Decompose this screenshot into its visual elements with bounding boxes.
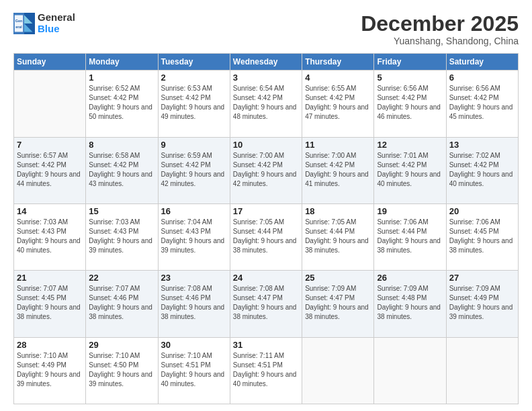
- calendar-header-friday: Friday: [374, 54, 446, 71]
- calendar-cell: 8Sunrise: 6:58 AMSunset: 4:42 PMDaylight…: [86, 137, 158, 203]
- title-block: December 2025 Yuanshang, Shandong, China: [361, 12, 519, 46]
- logo-general-text: General: [38, 12, 75, 24]
- day-number: 16: [161, 206, 227, 216]
- day-info: Sunrise: 7:01 AMSunset: 4:42 PMDaylight:…: [377, 151, 443, 189]
- day-info: Sunrise: 7:05 AMSunset: 4:44 PMDaylight:…: [305, 218, 371, 255]
- logo: Gen eral General Blue: [13, 12, 75, 34]
- day-number: 4: [305, 73, 371, 83]
- calendar: SundayMondayTuesdayWednesdayThursdayFrid…: [13, 53, 519, 404]
- day-info: Sunrise: 7:11 AMSunset: 4:51 PMDaylight:…: [233, 351, 299, 389]
- day-info: Sunrise: 7:10 AMSunset: 4:51 PMDaylight:…: [161, 351, 227, 389]
- day-number: 20: [449, 206, 515, 216]
- calendar-header-tuesday: Tuesday: [158, 54, 230, 71]
- day-number: 7: [17, 140, 83, 150]
- calendar-week-row: 28Sunrise: 7:10 AMSunset: 4:49 PMDayligh…: [14, 337, 519, 404]
- calendar-header-thursday: Thursday: [302, 54, 374, 71]
- day-number: 30: [161, 340, 227, 350]
- calendar-header-sunday: Sunday: [14, 54, 86, 71]
- month-title: December 2025: [361, 12, 519, 36]
- day-info: Sunrise: 7:06 AMSunset: 4:44 PMDaylight:…: [377, 218, 443, 255]
- calendar-cell: 22Sunrise: 7:07 AMSunset: 4:46 PMDayligh…: [86, 271, 158, 337]
- day-info: Sunrise: 6:56 AMSunset: 4:42 PMDaylight:…: [449, 84, 515, 122]
- calendar-cell: 20Sunrise: 7:06 AMSunset: 4:45 PMDayligh…: [446, 203, 518, 270]
- logo-blue-text: Blue: [38, 24, 75, 35]
- calendar-cell: [446, 337, 518, 404]
- day-number: 14: [17, 206, 83, 216]
- calendar-cell: 10Sunrise: 7:00 AMSunset: 4:42 PMDayligh…: [230, 137, 302, 203]
- calendar-cell: 28Sunrise: 7:10 AMSunset: 4:49 PMDayligh…: [14, 337, 86, 404]
- day-number: 8: [89, 140, 154, 150]
- calendar-cell: 9Sunrise: 6:59 AMSunset: 4:42 PMDaylight…: [158, 137, 230, 203]
- day-info: Sunrise: 7:10 AMSunset: 4:50 PMDaylight:…: [89, 351, 154, 389]
- day-number: 22: [89, 273, 154, 283]
- day-info: Sunrise: 6:52 AMSunset: 4:42 PMDaylight:…: [89, 84, 154, 122]
- calendar-week-row: 1Sunrise: 6:52 AMSunset: 4:42 PMDaylight…: [14, 71, 519, 137]
- svg-text:eral: eral: [15, 25, 22, 29]
- calendar-cell: 21Sunrise: 7:07 AMSunset: 4:45 PMDayligh…: [14, 271, 86, 337]
- day-number: 3: [233, 73, 299, 83]
- calendar-header-monday: Monday: [86, 54, 158, 71]
- calendar-cell: 7Sunrise: 6:57 AMSunset: 4:42 PMDaylight…: [14, 137, 86, 203]
- calendar-header-row: SundayMondayTuesdayWednesdayThursdayFrid…: [14, 54, 519, 71]
- day-info: Sunrise: 7:07 AMSunset: 4:46 PMDaylight:…: [89, 284, 154, 322]
- day-info: Sunrise: 6:54 AMSunset: 4:42 PMDaylight:…: [233, 84, 299, 122]
- day-info: Sunrise: 7:09 AMSunset: 4:48 PMDaylight:…: [377, 284, 443, 322]
- day-number: 10: [233, 140, 299, 150]
- day-number: 2: [161, 73, 227, 83]
- page: Gen eral General Blue December 2025 Yuan…: [0, 0, 532, 411]
- day-info: Sunrise: 7:03 AMSunset: 4:43 PMDaylight:…: [17, 218, 83, 255]
- calendar-cell: 29Sunrise: 7:10 AMSunset: 4:50 PMDayligh…: [86, 337, 158, 404]
- calendar-cell: 25Sunrise: 7:09 AMSunset: 4:47 PMDayligh…: [302, 271, 374, 337]
- day-info: Sunrise: 7:03 AMSunset: 4:43 PMDaylight:…: [89, 218, 154, 255]
- calendar-week-row: 7Sunrise: 6:57 AMSunset: 4:42 PMDaylight…: [14, 137, 519, 203]
- day-info: Sunrise: 6:59 AMSunset: 4:42 PMDaylight:…: [161, 151, 227, 189]
- day-number: 31: [233, 340, 299, 350]
- day-number: 23: [161, 273, 227, 283]
- day-info: Sunrise: 6:58 AMSunset: 4:42 PMDaylight:…: [89, 151, 154, 189]
- calendar-cell: 30Sunrise: 7:10 AMSunset: 4:51 PMDayligh…: [158, 337, 230, 404]
- logo-icon: Gen eral: [13, 13, 35, 34]
- day-info: Sunrise: 7:00 AMSunset: 4:42 PMDaylight:…: [233, 151, 299, 189]
- calendar-cell: 12Sunrise: 7:01 AMSunset: 4:42 PMDayligh…: [374, 137, 446, 203]
- calendar-cell: 24Sunrise: 7:08 AMSunset: 4:47 PMDayligh…: [230, 271, 302, 337]
- calendar-cell: 14Sunrise: 7:03 AMSunset: 4:43 PMDayligh…: [14, 203, 86, 270]
- calendar-cell: [302, 337, 374, 404]
- calendar-cell: [14, 71, 86, 137]
- calendar-cell: 3Sunrise: 6:54 AMSunset: 4:42 PMDaylight…: [230, 71, 302, 137]
- day-info: Sunrise: 7:10 AMSunset: 4:49 PMDaylight:…: [17, 351, 83, 389]
- header: Gen eral General Blue December 2025 Yuan…: [13, 12, 519, 46]
- day-number: 13: [449, 140, 515, 150]
- day-info: Sunrise: 7:00 AMSunset: 4:42 PMDaylight:…: [305, 151, 371, 189]
- calendar-cell: 31Sunrise: 7:11 AMSunset: 4:51 PMDayligh…: [230, 337, 302, 404]
- calendar-week-row: 21Sunrise: 7:07 AMSunset: 4:45 PMDayligh…: [14, 271, 519, 337]
- day-info: Sunrise: 6:55 AMSunset: 4:42 PMDaylight:…: [305, 84, 371, 122]
- calendar-cell: 15Sunrise: 7:03 AMSunset: 4:43 PMDayligh…: [86, 203, 158, 270]
- calendar-cell: 5Sunrise: 6:56 AMSunset: 4:42 PMDaylight…: [374, 71, 446, 137]
- calendar-cell: 26Sunrise: 7:09 AMSunset: 4:48 PMDayligh…: [374, 271, 446, 337]
- calendar-cell: 19Sunrise: 7:06 AMSunset: 4:44 PMDayligh…: [374, 203, 446, 270]
- day-info: Sunrise: 6:53 AMSunset: 4:42 PMDaylight:…: [161, 84, 227, 122]
- svg-text:Gen: Gen: [15, 19, 22, 23]
- day-number: 18: [305, 206, 371, 216]
- calendar-week-row: 14Sunrise: 7:03 AMSunset: 4:43 PMDayligh…: [14, 203, 519, 270]
- day-number: 12: [377, 140, 443, 150]
- calendar-cell: 13Sunrise: 7:02 AMSunset: 4:42 PMDayligh…: [446, 137, 518, 203]
- day-number: 6: [449, 73, 515, 83]
- day-number: 9: [161, 140, 227, 150]
- day-number: 15: [89, 206, 154, 216]
- calendar-cell: 27Sunrise: 7:09 AMSunset: 4:49 PMDayligh…: [446, 271, 518, 337]
- day-number: 19: [377, 206, 443, 216]
- day-info: Sunrise: 7:08 AMSunset: 4:47 PMDaylight:…: [233, 284, 299, 322]
- calendar-cell: 17Sunrise: 7:05 AMSunset: 4:44 PMDayligh…: [230, 203, 302, 270]
- day-info: Sunrise: 7:05 AMSunset: 4:44 PMDaylight:…: [233, 218, 299, 255]
- day-number: 24: [233, 273, 299, 283]
- day-number: 1: [89, 73, 154, 83]
- calendar-cell: 11Sunrise: 7:00 AMSunset: 4:42 PMDayligh…: [302, 137, 374, 203]
- calendar-cell: 23Sunrise: 7:08 AMSunset: 4:46 PMDayligh…: [158, 271, 230, 337]
- svg-rect-4: [15, 15, 23, 32]
- location: Yuanshang, Shandong, China: [361, 36, 519, 46]
- calendar-header-wednesday: Wednesday: [230, 54, 302, 71]
- day-info: Sunrise: 7:07 AMSunset: 4:45 PMDaylight:…: [17, 284, 83, 322]
- day-info: Sunrise: 6:56 AMSunset: 4:42 PMDaylight:…: [377, 84, 443, 122]
- day-info: Sunrise: 7:08 AMSunset: 4:46 PMDaylight:…: [161, 284, 227, 322]
